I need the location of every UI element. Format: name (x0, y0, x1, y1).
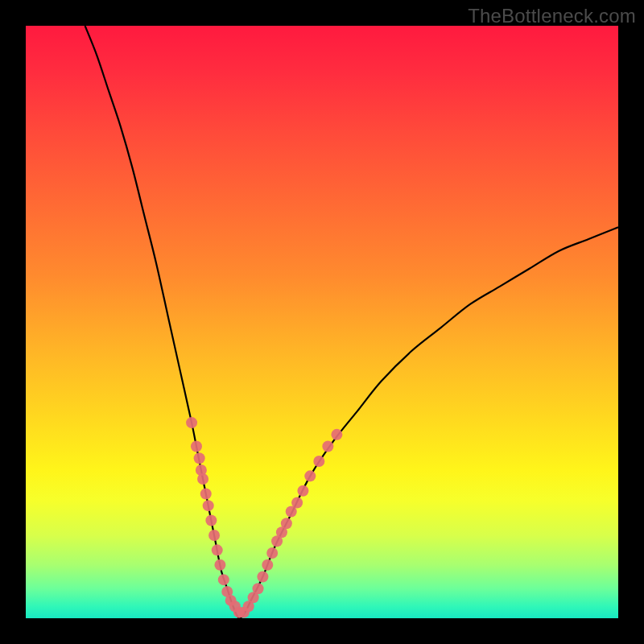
plot-area (26, 26, 618, 618)
data-marker (191, 441, 202, 452)
data-marker (322, 441, 333, 452)
data-marker (186, 417, 197, 428)
chart-svg (26, 26, 618, 618)
data-marker (266, 547, 278, 559)
curve-line (85, 26, 618, 618)
data-marker (208, 530, 220, 541)
data-marker (214, 559, 225, 571)
data-marker (257, 571, 268, 582)
data-marker (212, 544, 223, 555)
data-marker (203, 500, 214, 511)
data-marker (291, 497, 303, 508)
data-marker (313, 456, 324, 467)
chart-frame: TheBottleneck.com (0, 0, 644, 644)
watermark-text: TheBottleneck.com (468, 5, 636, 27)
data-marker (331, 429, 342, 440)
data-marker (297, 485, 308, 497)
data-marker (281, 518, 292, 529)
data-marker (253, 583, 264, 594)
data-marker (262, 559, 273, 571)
data-marker (200, 488, 212, 499)
data-marker (194, 452, 205, 464)
curve-markers (186, 417, 342, 618)
bottleneck-curve-path (85, 26, 618, 618)
data-marker (205, 515, 217, 526)
data-marker (197, 473, 208, 485)
data-marker (304, 470, 316, 481)
data-marker (218, 574, 229, 585)
